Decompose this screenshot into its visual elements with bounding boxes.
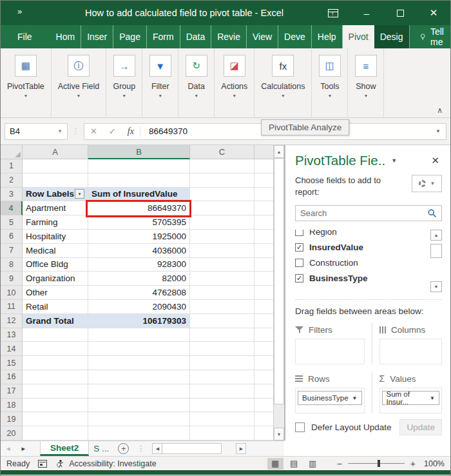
row-header[interactable]: 1: [1, 159, 23, 174]
cell-col-b[interactable]: [88, 426, 190, 441]
cell-col-c[interactable]: [190, 384, 254, 399]
cell-col-c[interactable]: [190, 188, 254, 202]
row-header[interactable]: 18: [1, 399, 23, 413]
row-header[interactable]: 8: [1, 258, 23, 272]
expand-formula-bar-icon[interactable]: [436, 128, 446, 134]
cell-col-a[interactable]: [23, 356, 88, 370]
cell-col-c[interactable]: [190, 342, 254, 356]
cell-col-c[interactable]: [190, 244, 254, 258]
field-item[interactable]: InsuredValue: [295, 239, 426, 255]
column-header-a[interactable]: A: [23, 145, 88, 159]
rows-field-pill[interactable]: BusinessType: [298, 391, 362, 405]
ribbon-tab[interactable]: Hom: [50, 25, 82, 48]
name-box[interactable]: B4: [5, 123, 68, 140]
cell-col-c[interactable]: [190, 215, 254, 230]
zoom-in-icon[interactable]: +: [410, 459, 416, 469]
cell-col-b[interactable]: [88, 159, 190, 174]
cell-col-b[interactable]: 1925000: [88, 230, 190, 244]
cell-col-c[interactable]: [190, 356, 254, 370]
field-scroll-thumb[interactable]: [430, 244, 442, 258]
ribbon-tab[interactable]: File: [8, 25, 41, 48]
cell-col-c[interactable]: [190, 328, 254, 342]
cell-col-a[interactable]: [23, 384, 88, 399]
ribbon-group-button[interactable]: fx Calculations: [254, 48, 312, 117]
fields-search-box[interactable]: [295, 205, 442, 221]
columns-drop-zone[interactable]: [379, 339, 442, 364]
chevron-down-icon[interactable]: [430, 395, 435, 401]
page-layout-view-icon[interactable]: ▤: [286, 458, 302, 470]
cell-col-a[interactable]: [23, 426, 88, 441]
cell-col-rest[interactable]: [254, 356, 273, 370]
sheet-tab[interactable]: S ...: [89, 441, 113, 456]
field-checkbox[interactable]: [295, 274, 303, 283]
tell-me-button[interactable]: Tell me: [410, 26, 451, 47]
close-icon[interactable]: ✕: [417, 1, 450, 25]
cell-col-rest[interactable]: [254, 300, 273, 314]
field-item[interactable]: Construction: [295, 255, 426, 270]
filters-drop-zone[interactable]: [295, 339, 365, 364]
cell-col-c[interactable]: [190, 399, 254, 413]
cell-col-b[interactable]: [88, 384, 190, 399]
cell-col-rest[interactable]: [254, 272, 273, 286]
cell-col-rest[interactable]: [254, 328, 273, 342]
tools-gear-button[interactable]: [412, 175, 442, 192]
maximize-icon[interactable]: [383, 1, 417, 25]
ribbon-group-button[interactable]: → Group: [106, 48, 142, 117]
cell-col-rest[interactable]: [254, 201, 273, 215]
ribbon-group-button[interactable]: ↻ Data: [178, 48, 215, 117]
cell-col-rest[interactable]: [254, 399, 273, 413]
zoom-slider[interactable]: [348, 463, 405, 464]
vertical-scroll-thumb[interactable]: [274, 158, 284, 404]
cell-col-c[interactable]: [190, 370, 254, 384]
cell-col-a[interactable]: Organization: [23, 272, 88, 286]
field-item[interactable]: BusinessType: [295, 270, 426, 286]
cell-col-rest[interactable]: [254, 244, 273, 258]
scroll-down-icon[interactable]: ▼: [274, 428, 284, 441]
cell-col-a[interactable]: Medical: [23, 244, 88, 258]
cell-col-b[interactable]: 928300: [88, 258, 190, 272]
field-item[interactable]: Region: [295, 230, 426, 239]
quick-access-toolbar-icon[interactable]: »: [17, 6, 23, 16]
field-checkbox[interactable]: [295, 259, 303, 267]
ribbon-tab[interactable]: Form: [147, 25, 180, 48]
cell-col-b[interactable]: 5705395: [88, 215, 190, 230]
columns-area[interactable]: Columns: [372, 322, 442, 364]
row-header[interactable]: 13: [1, 328, 23, 342]
cell-col-a[interactable]: Hospitality: [23, 230, 88, 244]
sheet-nav-left-icon[interactable]: ◂: [1, 444, 16, 453]
cell-col-c[interactable]: [190, 258, 254, 272]
row-header[interactable]: 10: [1, 286, 23, 300]
enter-icon[interactable]: ✓: [103, 126, 122, 136]
cell-col-rest[interactable]: [254, 174, 273, 188]
ribbon-display-options-icon[interactable]: [316, 1, 350, 25]
cell-col-c[interactable]: [190, 314, 254, 328]
cell-col-rest[interactable]: [254, 286, 273, 300]
rows-drop-zone[interactable]: BusinessType: [295, 388, 365, 413]
collapse-ribbon-icon[interactable]: [437, 106, 443, 115]
ribbon-tab[interactable]: Page: [113, 25, 147, 48]
row-header[interactable]: 20: [1, 426, 23, 441]
cell-col-a[interactable]: Retail: [23, 300, 88, 314]
ribbon-group-button[interactable]: ⓘ Active Field: [52, 48, 107, 117]
insert-function-icon[interactable]: fx: [122, 126, 140, 137]
minimize-icon[interactable]: –: [350, 1, 383, 25]
ribbon-tab[interactable]: Pivot: [343, 25, 374, 48]
cell-col-rest[interactable]: [254, 314, 273, 328]
cell-col-c[interactable]: [190, 412, 254, 426]
cell-col-b[interactable]: 106179303: [88, 314, 190, 328]
cell-col-a[interactable]: [23, 174, 88, 188]
search-input[interactable]: [300, 208, 427, 218]
scroll-up-icon[interactable]: ▲: [430, 230, 442, 241]
row-header[interactable]: 3: [1, 188, 23, 202]
cell-col-a[interactable]: Other: [23, 286, 88, 300]
cell-col-c[interactable]: [190, 201, 254, 215]
cell-col-b[interactable]: [88, 412, 190, 426]
cell-col-b[interactable]: [88, 174, 190, 188]
update-button[interactable]: Update: [399, 419, 442, 435]
ribbon-group-button[interactable]: ≡ Show: [348, 48, 384, 117]
cancel-icon[interactable]: ✕: [84, 126, 103, 136]
spreadsheet-grid[interactable]: A B C 1 2: [1, 145, 273, 441]
rows-area[interactable]: Rows BusinessType: [295, 372, 372, 413]
select-all-corner[interactable]: [1, 145, 23, 159]
row-header[interactable]: 9: [1, 272, 23, 286]
